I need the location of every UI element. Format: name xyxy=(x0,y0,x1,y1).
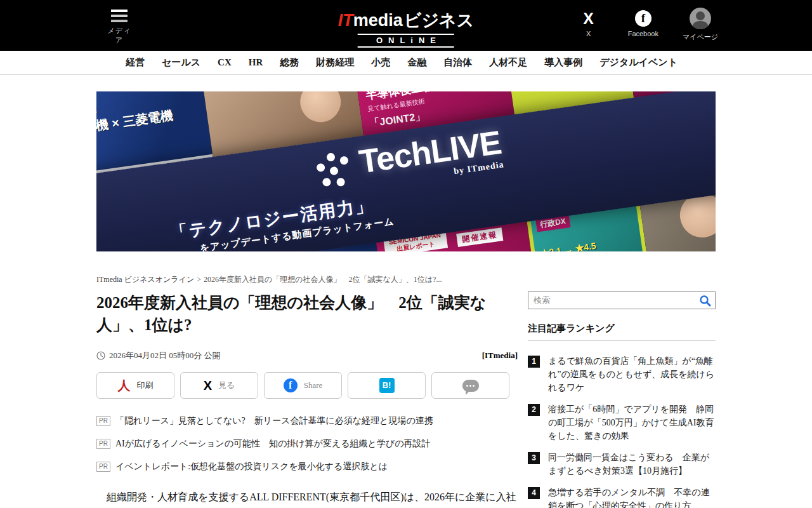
ranking-item-1[interactable]: 1 まるで鮮魚の百貨店「角上魚類」が“魚離れ”の逆風をものともせず、成長を続けら… xyxy=(528,354,716,394)
nav-item-jichitai[interactable]: 自治体 xyxy=(443,57,472,69)
banner-tagline: 「テクノロジー活用力」 をアップデートする動画プラットフォーム xyxy=(169,191,395,251)
facebook-icon: f xyxy=(635,10,652,27)
media-menu-label: メディア xyxy=(105,26,133,45)
print-label: 印刷 xyxy=(137,380,154,391)
ranking-item-text: 急増する若手のメンタル不調 不幸の連鎖を断つ「心理的安全性」の作り方 xyxy=(548,486,716,508)
ranking-list: 1 まるで鮮魚の百貨店「角上魚類」が“魚離れ”の逆風をものともせず、成長を続けら… xyxy=(528,354,716,508)
header-facebook-link[interactable]: f Facebook xyxy=(628,10,658,42)
nav-item-jinzai[interactable]: 人材不足 xyxy=(489,57,527,69)
print-button[interactable]: 人 印刷 xyxy=(96,372,174,399)
search-button[interactable] xyxy=(695,292,715,309)
techlive-dots-icon xyxy=(313,150,352,189)
pr-link-row[interactable]: PR AIが広げるイノベーションの可能性 知の掛け算が変える組織と学びの再設計 xyxy=(96,438,518,450)
facebook-share-label: Share xyxy=(304,380,323,391)
logo-media: media xyxy=(353,11,403,30)
facebook-share-button[interactable]: f Share xyxy=(264,372,342,399)
pdf-icon: 人 xyxy=(118,379,131,392)
search-icon xyxy=(699,295,711,307)
pr-link-2[interactable]: AIが広げるイノベーションの可能性 知の掛け算が変える組織と学びの再設計 xyxy=(115,438,431,450)
search-input[interactable] xyxy=(528,293,695,308)
article-column: 2026年度新入社員の「理想の社会人像」 2位「誠実な人」、1位は? 2026年… xyxy=(96,291,518,508)
category-nav: 経営 セールス CX HR 総務 財務経理 小売 金融 自治体 人材不足 導入事… xyxy=(0,51,812,75)
nav-item-cx[interactable]: CX xyxy=(218,57,232,68)
nav-item-zaimu[interactable]: 財務経理 xyxy=(316,57,354,69)
search-box xyxy=(528,291,716,309)
breadcrumb-root-link[interactable]: ITmedia ビジネスオンライン xyxy=(96,275,194,284)
x-icon: X xyxy=(573,10,604,27)
comment-icon xyxy=(462,380,479,392)
nav-item-soumu[interactable]: 総務 xyxy=(280,57,299,69)
pr-badge: PR xyxy=(96,416,110,426)
x-label: X xyxy=(573,30,604,37)
nav-item-digital-event[interactable]: デジタルイベント xyxy=(599,57,678,69)
rank-badge: 4 xyxy=(528,487,540,499)
site-logo[interactable]: ITmediaビジネス ONLiNE xyxy=(338,9,475,48)
nav-item-keiei[interactable]: 経営 xyxy=(126,57,145,69)
page: メディア ITmediaビジネス ONLiNE X X f Facebook マ… xyxy=(0,0,812,508)
header-x-link[interactable]: X X xyxy=(573,10,604,42)
logo-online: ONLiNE xyxy=(358,34,454,48)
nav-item-kouri[interactable]: 小売 xyxy=(371,57,390,69)
site-logo-text: ITmediaビジネス xyxy=(338,9,475,32)
ranking-item-4[interactable]: 4 急増する若手のメンタル不調 不幸の連鎖を断つ「心理的安全性」の作り方 xyxy=(528,486,716,508)
x-share-label: 見る xyxy=(218,380,235,391)
ranking-item-2[interactable]: 2 溶接工が「6時間」でアプリを開発 静岡の町工場が「500万円」かけて生成AI… xyxy=(528,403,716,443)
pr-link-row[interactable]: PR 「隠れリース」見落としてない? 新リース会計基準に必須な経理と現場の連携 xyxy=(96,415,518,427)
nav-item-dounyu[interactable]: 導入事例 xyxy=(544,57,582,69)
sidebar: 注目記事ランキング 1 まるで鮮魚の百貨店「角上魚類」が“魚離れ”の逆風をものと… xyxy=(528,291,716,508)
pr-link-1[interactable]: 「隠れリース」見落としてない? 新リース会計基準に必須な経理と現場の連携 xyxy=(115,415,433,427)
hatena-icon: B! xyxy=(379,378,395,393)
nav-item-hr[interactable]: HR xyxy=(249,57,263,68)
publish-date-text: 2026年04月02日 05時00分 公開 xyxy=(109,350,221,361)
pr-link-3[interactable]: イベントレポート:仮想化基盤の投資リスクを最小化する選択肢とは xyxy=(115,461,388,472)
facebook-icon: f xyxy=(284,378,298,392)
nav-item-kinyu[interactable]: 金融 xyxy=(407,57,426,69)
header-social-links: X X f Facebook マイページ xyxy=(573,10,718,42)
mypage-label: マイページ xyxy=(683,32,718,42)
ranking-item-3[interactable]: 3 同一労働同一賃金はこう変わる 企業がまずとるべき対策3選【10月施行】 xyxy=(528,451,716,478)
rank-badge: 2 xyxy=(528,404,540,416)
rank-badge: 1 xyxy=(528,356,540,368)
rank-badge: 3 xyxy=(528,452,540,464)
article-title: 2026年度新入社員の「理想の社会人像」 2位「誠実な人」、1位は? xyxy=(96,291,518,336)
ranking-title: 注目記事ランキング xyxy=(528,323,716,341)
nav-item-sales[interactable]: セールス xyxy=(162,57,200,69)
logo-it: IT xyxy=(338,11,353,30)
breadcrumb-separator: > xyxy=(197,275,201,284)
techlive-banner[interactable]: ーはこうやって 物を探す ものづくりワールド eve autonomy × TE… xyxy=(96,91,716,251)
breadcrumb-current: 2026年度新入社員の「理想の社会人像」 2位「誠実な人」、1位は?... xyxy=(204,275,442,284)
clock-icon xyxy=(96,351,105,360)
hatena-bookmark-button[interactable]: B! xyxy=(348,372,426,399)
ranking-item-text: 同一労働同一賃金はこう変わる 企業がまずとるべき対策3選【10月施行】 xyxy=(548,451,716,478)
hamburger-icon xyxy=(111,10,128,22)
header-mypage-link[interactable]: マイページ xyxy=(683,10,718,42)
pr-badge: PR xyxy=(96,462,110,472)
pr-badge: PR xyxy=(96,439,110,449)
publish-date: 2026年04月02日 05時00分 公開 xyxy=(96,350,221,361)
media-menu-button[interactable]: メディア xyxy=(105,10,133,45)
article-meta: 2026年04月02日 05時00分 公開 [ITmedia] xyxy=(96,350,518,361)
logo-business: ビジネス xyxy=(404,11,475,30)
share-buttons: 人 印刷 X 見る f Share B! xyxy=(96,372,518,399)
pr-link-list: PR 「隠れリース」見落としてない? 新リース会計基準に必須な経理と現場の連携 … xyxy=(96,415,518,472)
source-credit: [ITmedia] xyxy=(482,351,518,361)
user-avatar-icon xyxy=(690,8,711,29)
ranking-item-text: 溶接工が「6時間」でアプリを開発 静岡の町工場が「500万円」かけて生成AI教育… xyxy=(548,403,716,443)
top-header: メディア ITmediaビジネス ONLiNE X X f Facebook マ… xyxy=(0,0,812,51)
breadcrumb: ITmedia ビジネスオンライン>2026年度新入社員の「理想の社会人像」 2… xyxy=(96,274,716,285)
facebook-label: Facebook xyxy=(628,30,658,37)
comment-button[interactable] xyxy=(431,372,509,399)
article-body: 組織開発・人材育成を支援するALL DIFFERENT(東京都千代田区)は、20… xyxy=(96,488,518,508)
pr-link-row[interactable]: PR イベントレポート:仮想化基盤の投資リスクを最小化する選択肢とは xyxy=(96,461,518,472)
x-share-button[interactable]: X 見る xyxy=(180,372,258,399)
ranking-item-text: まるで鮮魚の百貨店「角上魚類」が“魚離れ”の逆風をものともせず、成長を続けられる… xyxy=(548,354,716,394)
x-icon: X xyxy=(204,379,212,392)
